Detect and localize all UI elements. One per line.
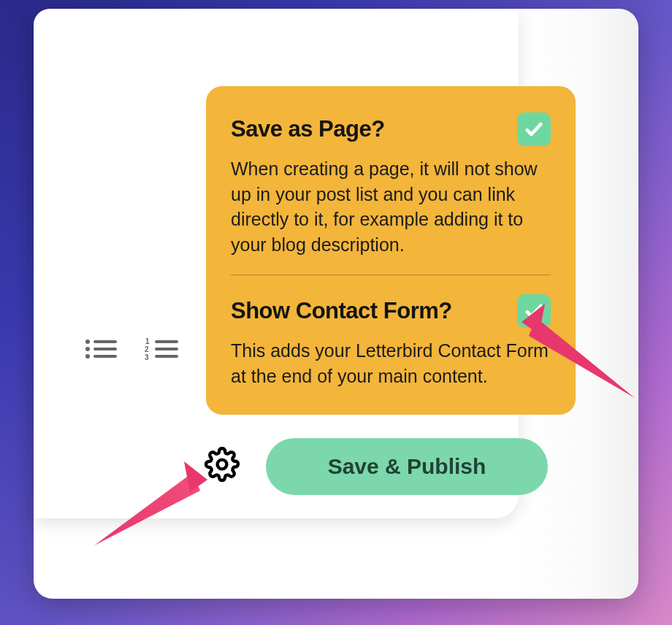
svg-point-4 — [85, 354, 90, 358]
settings-popover: Save as Page? When creating a page, it w… — [206, 86, 576, 415]
gear-icon — [205, 447, 240, 482]
show-contact-form-description: This adds your Letterbird Contact Form a… — [231, 338, 551, 388]
svg-point-12 — [218, 460, 227, 469]
save-as-page-section: Save as Page? When creating a page, it w… — [231, 112, 551, 257]
save-as-page-title: Save as Page? — [231, 116, 385, 142]
checkmark-icon — [524, 301, 544, 321]
numbered-list-icon[interactable]: 1 2 3 — [145, 334, 180, 364]
svg-point-2 — [85, 347, 90, 351]
toolbar: 1 2 3 — [83, 334, 180, 364]
editor-panel: 1 2 3 Save as Page? — [34, 9, 519, 518]
save-as-page-toggle[interactable] — [517, 112, 551, 146]
svg-text:3: 3 — [145, 353, 149, 361]
svg-text:1: 1 — [145, 337, 150, 345]
bulleted-list-icon[interactable] — [83, 334, 118, 364]
publish-button-label: Save & Publish — [328, 454, 486, 479]
editor-card: 1 2 3 Save as Page? — [34, 9, 638, 599]
svg-text:2: 2 — [145, 345, 149, 353]
save-and-publish-button[interactable]: Save & Publish — [266, 438, 548, 495]
checkmark-icon — [524, 119, 544, 139]
save-as-page-description: When creating a page, it will not show u… — [231, 156, 551, 257]
show-contact-form-title: Show Contact Form? — [231, 298, 452, 324]
svg-point-0 — [85, 340, 90, 344]
show-contact-form-section: Show Contact Form? This adds your Letter… — [231, 294, 551, 388]
show-contact-form-toggle[interactable] — [517, 294, 551, 328]
settings-gear-button[interactable] — [205, 447, 240, 482]
popover-divider — [231, 275, 551, 275]
